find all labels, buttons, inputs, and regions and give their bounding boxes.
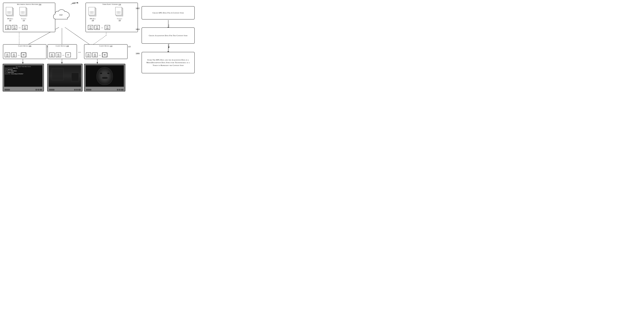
- content-stack-114: Content 114: [20, 7, 28, 22]
- md-box-102a: MD102a: [5, 25, 10, 30]
- label-122-right: 122: [128, 46, 131, 48]
- md-box-102f: MD102f: [56, 53, 61, 57]
- flow-step-1802-text: Create EPG Data For A Content Item: [152, 12, 184, 14]
- dots-108: …: [62, 54, 64, 56]
- epg-data-stack-128: EPG Data 128: [88, 7, 97, 22]
- third-party-panel: Third Party Vendors 124 EPG Data 128: [86, 3, 138, 32]
- client-device-106-panel: Client Device 106 MD102c MD102d … MD: [3, 44, 46, 59]
- tv-106: The "Jones's" Home Media Center Create P…: [3, 64, 44, 92]
- md-boxes-106: MD102c MD102d … MD: [5, 53, 26, 57]
- cloud-label: 112: [59, 14, 62, 16]
- dots-106: …: [18, 54, 20, 56]
- dots-msp: …: [18, 26, 21, 29]
- content-stack-126: Content 126: [115, 7, 124, 22]
- client-110-title: Client Device 110: [84, 45, 127, 47]
- dots-tp: …: [101, 26, 103, 29]
- flow-arrow-1: [168, 20, 168, 28]
- third-party-title: Third Party Vendors 124: [86, 3, 138, 5]
- flow-box-1804: Create Acquisition Data For The Content …: [142, 28, 195, 44]
- cloud-112: 112: [52, 8, 71, 24]
- tv-screen-106: The "Jones's" Home Media Center Create P…: [4, 65, 42, 75]
- diagram-label-100: 100: [72, 2, 76, 4]
- tv-108: [47, 64, 82, 92]
- flow-step-1806-text: Store The EPG Data and the Acquisition D…: [144, 59, 192, 67]
- flow-box-1802: Create EPG Data For A Content Item: [142, 6, 195, 20]
- diagram: 100 Multimedia Service Provider 104 EPG …: [0, 0, 202, 99]
- client-108-title: Client Device 108: [48, 45, 77, 47]
- md-box-102e2: MD102e: [49, 53, 54, 57]
- md-box-102n: MD102n: [105, 25, 110, 30]
- md-box-102g: MD102g: [86, 53, 91, 57]
- md-box-102d: MD102d: [11, 53, 16, 57]
- client-device-108-panel: Client Device 108 MD102e MD102f … MD: [48, 44, 77, 59]
- md-box-bold-106: MD: [21, 53, 26, 57]
- md-box-102h: MD102h: [92, 53, 98, 57]
- client-device-110-panel: Client Device 110 MD102g MD102h … MD: [84, 44, 128, 59]
- md-box-plain-108: MD: [66, 53, 71, 57]
- md-box-102b: MD102b: [12, 25, 17, 30]
- flow-step-1806-number: 1806: [136, 53, 140, 55]
- md-box-bold-110: MD: [102, 53, 107, 57]
- md-box-102e: MD102e: [22, 25, 28, 30]
- md-box-102c: MD102c: [5, 53, 10, 57]
- flow-box-1806: Store The EPG Data and the Acquisition D…: [142, 52, 195, 73]
- md-box-102b2: MD102b: [94, 25, 100, 30]
- md-boxes-110: MD102g MD102h … MD: [86, 53, 107, 57]
- epg-data-stack-116: EPG Data 116: [6, 7, 14, 22]
- multimedia-provider-panel: Multimedia Service Provider 104 EPG Data…: [3, 3, 55, 32]
- md-box-102z: MD102z: [88, 25, 93, 30]
- md-boxes-tp: MD102z MD102b … MD102n: [88, 25, 110, 30]
- flow-step-1804-number: 1804: [136, 28, 140, 30]
- flow-step-1804-text: Create Acquisition Data For The Content …: [149, 34, 187, 37]
- tv-110: [84, 64, 125, 92]
- client-106-title: Client Device 106: [3, 45, 46, 47]
- flow-step-1802-number: 1802: [136, 7, 140, 10]
- dots-between-clients: …: [78, 50, 81, 53]
- md-boxes-msp: MD102a MD102b … MD102e: [5, 25, 28, 30]
- flow-arrow-2: [168, 44, 168, 52]
- md-boxes-108: MD102e MD102f … MD: [49, 53, 71, 57]
- dots-110: …: [99, 54, 101, 56]
- multimedia-provider-title: Multimedia Service Provider 104: [3, 3, 55, 5]
